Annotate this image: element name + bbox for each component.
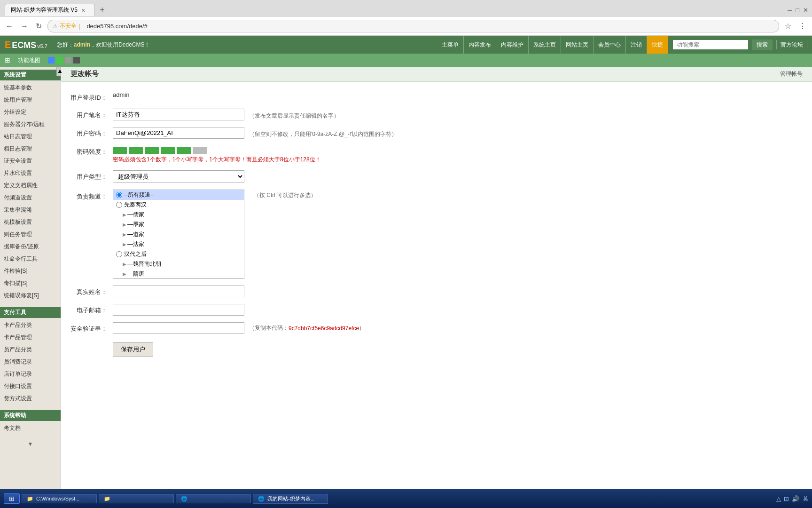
window-minimize-btn[interactable]: ─ (788, 7, 792, 14)
pwd-bar-2 (129, 147, 143, 154)
pwd-error-msg: 密码必须包含1个数字，1个小写字母，1个大写字母！而且必须大于8位小于128位！ (113, 156, 803, 164)
start-button[interactable]: ⊞ (4, 493, 20, 504)
save-user-button[interactable]: 保存用户 (113, 342, 153, 357)
sidebar-item-site-log[interactable]: 站日志管理 (0, 130, 61, 143)
color-icons (48, 57, 80, 64)
pwd-bar-5 (177, 147, 191, 154)
security-input[interactable] (113, 322, 244, 334)
channel-item-qinhan[interactable]: 先秦两汉 (113, 200, 244, 210)
channel-item-mojia[interactable]: ▶ —墨家 (113, 220, 244, 230)
taskbar-explorer-label: C:\Windows\Syst... (36, 496, 79, 501)
save-row: 保存用户 (70, 341, 803, 357)
nav-shortcut[interactable]: 快捷 (647, 36, 668, 54)
nickname-hint: （发布文章后显示责任编辑的名字） (249, 110, 339, 120)
pwd-bar-1 (113, 147, 127, 154)
channel-item-suitang[interactable]: ▶ —隋唐 (113, 269, 244, 279)
nav-main-menu[interactable]: 主菜单 (437, 36, 464, 54)
sidebar-item-card-mgmt[interactable]: 卡产品管理 (0, 331, 61, 343)
channel-radio-all[interactable] (116, 192, 122, 198)
menu-btn[interactable]: ⋮ (797, 21, 808, 32)
sidebar-item-task-mgmt[interactable]: 则任务管理 (0, 228, 61, 240)
channel-item-weijin[interactable]: ▶ —魏晋南北朝 (113, 259, 244, 269)
function-search-input[interactable] (673, 40, 748, 49)
nav-site-home[interactable]: 网站主页 (561, 36, 593, 54)
channel-item-all[interactable]: --所有频道-- (113, 190, 244, 200)
sidebar-item-channel-settings[interactable]: 付频道设置 (0, 191, 61, 204)
official-forum-link[interactable]: 官方论坛 (781, 41, 803, 49)
sidebar-item-server-dist[interactable]: 服务器分布/远程 (0, 118, 61, 130)
reload-btn[interactable]: ↻ (34, 21, 44, 32)
channel-item-fajia[interactable]: ▶ —法家 (113, 239, 244, 249)
taskbar-item-explorer[interactable]: 📁 C:\Windows\Syst... (22, 494, 97, 503)
sidebar-section-system-header: 系统设置 (0, 70, 61, 80)
copy-code-value[interactable]: 9c7dbb7cf5e6c9adcd97efce (289, 325, 359, 332)
sidebar-item-user-mgmt[interactable]: 统用户管理 (0, 94, 61, 106)
nav-member-center[interactable]: 会员中心 (593, 36, 626, 54)
sitemap-link[interactable]: 功能地图 (18, 56, 40, 64)
main-layout: ▲ 系统设置 统基本参数 统用户管理 分组设定 服务器分布/远程 站日志管理 档… (0, 67, 812, 489)
sidebar-item-basic-params[interactable]: 统基本参数 (0, 81, 61, 94)
email-input[interactable] (113, 304, 244, 316)
password-input[interactable] (113, 127, 244, 139)
sidebar-item-group-settings[interactable]: 分组设定 (0, 106, 61, 118)
user-type-control: 超级管理员 普通管理员 注册用户 (113, 170, 803, 183)
forward-btn[interactable]: → (19, 21, 30, 32)
save-label-placeholder (70, 341, 113, 343)
password-row: 用户密码： （留空则不修改，只能用'0-9a-zA-Z.@_-!'以内范围的字符… (70, 127, 803, 139)
sidebar-item-card-category[interactable]: 卡产品分类 (0, 319, 61, 331)
sidebar-item-file-log[interactable]: 档日志管理 (0, 143, 61, 155)
user-type-select[interactable]: 超级管理员 普通管理员 注册用户 (113, 170, 244, 183)
system-tray: △ ⊡ 🔊 (776, 495, 799, 502)
nickname-input[interactable] (113, 109, 244, 120)
login-id-label: 用户登录ID： (70, 91, 113, 102)
channel-radio-handai[interactable] (116, 251, 122, 257)
sidebar-item-security[interactable]: 证安全设置 (0, 155, 61, 167)
sidebar-item-virus-scan[interactable]: 毒扫描[S] (0, 277, 61, 289)
sidebar-scroll-down[interactable]: ▼ (0, 437, 61, 451)
channel-item-rujia[interactable]: ▶ —儒家 (113, 210, 244, 220)
realname-input[interactable] (113, 286, 244, 297)
sidebar-item-cmd-tool[interactable]: 社命令行工具 (0, 253, 61, 265)
sidebar-item-doc-attrs[interactable]: 定义文档属性 (0, 179, 61, 191)
sidebar-item-docs[interactable]: 考文档 (0, 422, 61, 434)
taskbar-item-folder[interactable]: 📁 (99, 494, 174, 503)
sidebar-item-shipping[interactable]: 货方式设置 (0, 392, 61, 405)
new-tab-btn[interactable]: + (97, 5, 108, 15)
channel-all-label: --所有频道-- (124, 191, 154, 199)
sidebar-item-payment-interface[interactable]: 付接口设置 (0, 380, 61, 392)
sidebar-item-shop-orders[interactable]: 店订单记录 (0, 368, 61, 380)
channel-item-daojia[interactable]: ▶ —道家 (113, 230, 244, 239)
back-btn[interactable]: ← (4, 21, 15, 32)
sidebar-item-watermark[interactable]: 片水印设置 (0, 167, 61, 179)
tab-close-btn[interactable]: × (81, 7, 85, 14)
sidebar-item-member-expense[interactable]: 员消费记录 (0, 356, 61, 368)
sidebar-item-collection[interactable]: 采集串混淆 (0, 204, 61, 216)
user-type-label: 用户类型： (70, 170, 113, 181)
content-header: 更改帐号 管理帐号 (61, 67, 812, 82)
browser-tab[interactable]: 网站-织梦内容管理系统 V5 × (5, 4, 95, 16)
channel-radio-qinhan[interactable] (116, 202, 122, 208)
nav-content-maintain[interactable]: 内容维护 (496, 36, 529, 54)
nav-logout[interactable]: 注销 (626, 36, 647, 54)
sidebar-item-member-category[interactable]: 员产品分类 (0, 343, 61, 356)
taskbar-item-dede[interactable]: 🌐 我的网站-织梦内容... (253, 494, 328, 504)
pwd-strength-label: 密码强度： (70, 145, 113, 156)
window-restore-btn[interactable]: □ (796, 7, 799, 14)
taskbar-item-chrome[interactable]: 🌐 (176, 494, 251, 503)
sidebar-scroll-up[interactable]: ▲ (56, 67, 61, 76)
content-body: 用户登录ID： admin 用户笔名： （发布文章后显示责任编辑的名字） 用户密… (61, 82, 812, 373)
nav-system-home[interactable]: 系统主页 (529, 36, 561, 54)
channel-handai-label: 汉代之后 (124, 250, 147, 258)
bookmark-btn[interactable]: ☆ (783, 21, 793, 32)
window-close-btn[interactable]: ✕ (803, 7, 808, 14)
copy-code-prefix: （复制本代码： (249, 324, 289, 332)
address-input[interactable] (82, 21, 774, 31)
sidebar-item-template[interactable]: 机模板设置 (0, 216, 61, 228)
channel-item-handai[interactable]: 汉代之后 (113, 249, 244, 259)
sidebar-item-file-check[interactable]: 件检验[S] (0, 265, 61, 277)
sidebar-item-error-fix[interactable]: 统错误修复[S] (0, 289, 61, 302)
channel-list[interactable]: --所有频道-- 先秦两汉 ▶ —儒家 ▶ —墨家 (113, 190, 244, 279)
search-button[interactable]: 搜索 (752, 40, 773, 50)
sidebar-item-db-backup[interactable]: 据库备份/还原 (0, 240, 61, 253)
nav-content-publish[interactable]: 内容发布 (464, 36, 496, 54)
